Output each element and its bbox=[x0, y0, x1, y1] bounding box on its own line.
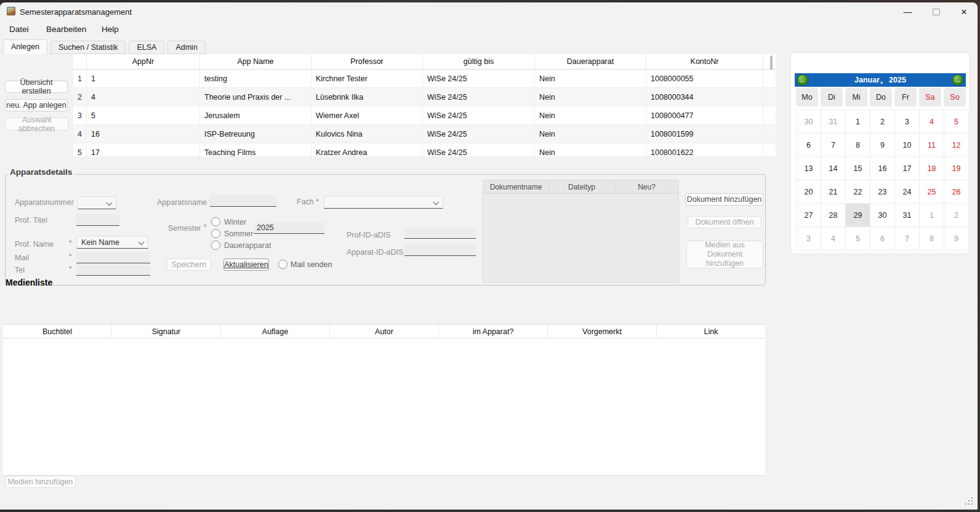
sommer-radio[interactable] bbox=[211, 229, 220, 238]
column-header-dateityp[interactable]: Dateityp bbox=[549, 180, 615, 193]
mail-senden-checkbox[interactable] bbox=[278, 260, 287, 269]
calendar-day[interactable]: 23 bbox=[870, 180, 894, 203]
calendar-day[interactable]: 31 bbox=[821, 110, 845, 133]
column-header-app-name[interactable]: App Name bbox=[200, 54, 311, 69]
table-row[interactable]: 416ISP-BetreuungKulovics NinaWiSe 24/25N… bbox=[73, 125, 776, 143]
calendar-day[interactable]: 19 bbox=[944, 157, 968, 180]
calendar-month[interactable]: Januar bbox=[854, 76, 880, 84]
calendar-day[interactable]: 29 bbox=[846, 204, 870, 226]
table-row[interactable]: 11testingKirchner TesterWiSe 24/25Nein10… bbox=[73, 70, 776, 88]
column-header-professor[interactable]: Professor bbox=[311, 54, 423, 69]
calendar-day[interactable]: 4 bbox=[920, 110, 944, 133]
dauerapparat-radio[interactable] bbox=[211, 241, 220, 250]
menu-bearbeiten[interactable]: Bearbeiten bbox=[46, 25, 86, 34]
tab-suchen-statistik[interactable]: Suchen / Statistik bbox=[50, 41, 126, 54]
column-header-kontonr[interactable]: KontoNr bbox=[646, 54, 763, 69]
apparatsname-input[interactable] bbox=[210, 194, 276, 207]
column-header-dauerapparat[interactable]: Dauerapparat bbox=[535, 54, 646, 69]
calendar-day[interactable]: 17 bbox=[895, 157, 919, 180]
speichern-button[interactable]: Speichern bbox=[167, 258, 211, 271]
calendar-day[interactable]: 20 bbox=[797, 180, 821, 203]
calendar-day[interactable]: 5 bbox=[846, 227, 870, 250]
column-header-gueltig-bis[interactable]: gültig bis bbox=[423, 54, 535, 69]
calendar-day[interactable]: 26 bbox=[944, 180, 968, 203]
calendar-day[interactable]: 1 bbox=[846, 110, 870, 133]
tab-elsa[interactable]: ELSA bbox=[129, 41, 164, 54]
menu-help[interactable]: Help bbox=[102, 25, 119, 34]
column-header-appnr[interactable]: AppNr bbox=[87, 54, 200, 69]
calendar-day[interactable]: 13 bbox=[797, 157, 821, 180]
winter-radio[interactable] bbox=[211, 217, 220, 226]
calendar-day[interactable]: 25 bbox=[920, 180, 944, 203]
tab-anlegen[interactable]: Anlegen bbox=[3, 39, 47, 54]
calendar-day[interactable]: 3 bbox=[797, 227, 821, 250]
table-row[interactable]: 517Teaching FilmsKratzer AndreaWiSe 24/2… bbox=[73, 143, 776, 156]
calendar-day[interactable]: 28 bbox=[821, 204, 845, 226]
column-header-neu[interactable]: Neu? bbox=[615, 180, 678, 193]
calendar-day[interactable]: 21 bbox=[821, 180, 845, 203]
calendar-day[interactable]: 4 bbox=[821, 227, 845, 250]
calendar-day[interactable]: 2 bbox=[944, 204, 968, 226]
calendar-day[interactable]: 8 bbox=[920, 227, 944, 250]
calendar-day[interactable]: 14 bbox=[821, 157, 845, 180]
table-row[interactable]: 24Theorie und Praxis der ...Lüsebrink Il… bbox=[73, 88, 776, 106]
mail-input[interactable] bbox=[76, 252, 150, 263]
calendar-day[interactable]: 22 bbox=[846, 180, 870, 203]
menu-datei[interactable]: Datei bbox=[9, 25, 29, 34]
calendar-day[interactable]: 9 bbox=[944, 227, 968, 250]
close-button[interactable]: ✕ bbox=[950, 2, 978, 21]
prof-name-select[interactable]: Kein Name bbox=[76, 236, 148, 249]
table-scrollbar[interactable] bbox=[770, 55, 773, 70]
column-header-autor[interactable]: Autor bbox=[330, 325, 439, 338]
apparat-id-adis-input[interactable] bbox=[404, 244, 476, 256]
column-header-dokumentname[interactable]: Dokumentname bbox=[483, 180, 549, 193]
aktualisieren-button[interactable]: Aktualisieren bbox=[223, 258, 269, 271]
calendar-day[interactable]: 9 bbox=[870, 134, 894, 156]
calendar-day[interactable]: 7 bbox=[821, 134, 845, 156]
calendar-day[interactable]: 30 bbox=[870, 204, 894, 226]
minimize-button[interactable]: — bbox=[894, 2, 922, 21]
calendar-day[interactable]: 6 bbox=[797, 134, 821, 156]
dokument-oeffnen-button[interactable]: Dokument öffnen bbox=[688, 216, 761, 228]
calendar-day[interactable]: 5 bbox=[944, 110, 968, 133]
calendar-year[interactable]: 2025 bbox=[889, 76, 906, 84]
dokument-hinzufuegen-button[interactable]: Dokument hinzufügen bbox=[685, 193, 763, 206]
calendar-day[interactable]: 16 bbox=[870, 157, 894, 180]
calendar-day[interactable]: 27 bbox=[797, 204, 821, 226]
calendar-day[interactable]: 3 bbox=[895, 110, 919, 133]
tel-input[interactable] bbox=[76, 264, 150, 276]
calendar-day[interactable]: 31 bbox=[895, 204, 919, 226]
prof-id-adis-input[interactable] bbox=[404, 227, 476, 239]
prof-titel-input[interactable] bbox=[76, 214, 119, 226]
resize-grip[interactable] bbox=[971, 503, 973, 505]
calendar-day[interactable]: 10 bbox=[895, 134, 919, 156]
calendar-day[interactable]: 30 bbox=[797, 110, 821, 133]
neu-app-anlegen-button[interactable]: neu. App anlegen bbox=[5, 99, 68, 111]
column-header-auflage[interactable]: Auflage bbox=[221, 325, 330, 338]
calendar-day[interactable]: 24 bbox=[895, 180, 919, 203]
medien-aus-dokument-button[interactable]: Medien aus Dokument hinzufügen bbox=[686, 241, 763, 268]
calendar-day[interactable]: 1 bbox=[920, 204, 944, 226]
calendar-day[interactable]: 6 bbox=[870, 227, 894, 250]
calendar-day[interactable]: 2 bbox=[870, 110, 894, 133]
media-table-body[interactable] bbox=[3, 338, 765, 476]
apparat-table[interactable]: AppNr App Name Professor gültig bis Daue… bbox=[73, 54, 776, 156]
calendar-day[interactable]: 7 bbox=[895, 227, 919, 250]
apparatsnummer-select[interactable] bbox=[78, 196, 116, 209]
table-row[interactable]: 35JerusalemWiemer AxelWiSe 24/25Nein1008… bbox=[73, 106, 776, 125]
tab-admin[interactable]: Admin bbox=[167, 41, 205, 54]
calendar-next-button[interactable]: → bbox=[952, 74, 963, 86]
calendar-prev-button[interactable]: ← bbox=[797, 74, 808, 86]
column-header-signatur[interactable]: Signatur bbox=[112, 325, 221, 338]
column-header-buchtitel[interactable]: Buchtitel bbox=[3, 325, 112, 338]
calendar-day[interactable]: 18 bbox=[920, 157, 944, 180]
fach-select[interactable] bbox=[324, 196, 443, 209]
auswahl-abbrechen-button[interactable]: Auswahl abbrechen bbox=[5, 118, 68, 130]
column-header-im-apparat[interactable]: im Apparat? bbox=[439, 325, 548, 338]
medien-hinzufuegen-button[interactable]: Medien hinzufügen bbox=[5, 476, 76, 488]
semester-year-input[interactable]: 2025 bbox=[254, 222, 324, 234]
document-table[interactable]: Dokumentname Dateityp Neu? bbox=[483, 180, 679, 283]
calendar-day[interactable]: 11 bbox=[920, 134, 944, 156]
calendar-day[interactable]: 8 bbox=[846, 134, 870, 156]
calendar-day[interactable]: 15 bbox=[846, 157, 870, 180]
